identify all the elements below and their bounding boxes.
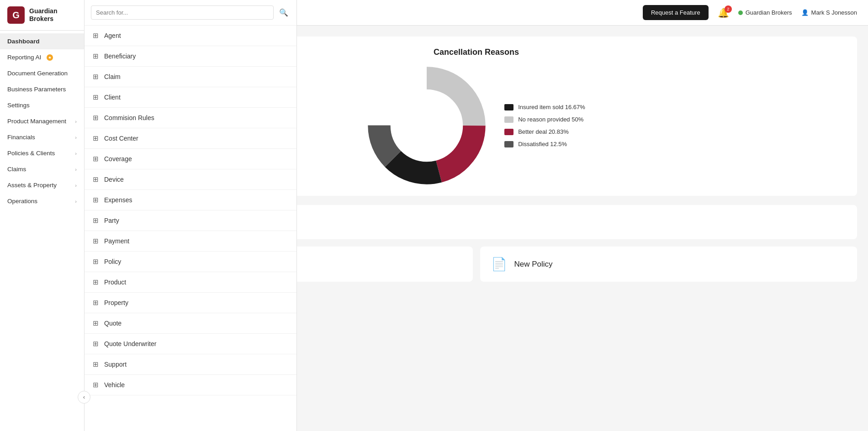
dropdown-item-quote[interactable]: ⊞Quote [85,313,296,334]
dropdown-item-client[interactable]: ⊞Client [85,87,296,108]
sidebar-item-financials[interactable]: Financials› [0,129,84,145]
dropdown-item-icon-property: ⊞ [93,299,99,307]
search-input[interactable] [91,5,274,20]
dropdown-item-icon-support: ⊞ [93,360,99,368]
dropdown-item-expenses[interactable]: ⊞Expenses [85,190,296,210]
dropdown-item-coverage[interactable]: ⊞Coverage [85,149,296,169]
dropdown-item-product[interactable]: ⊞Product [85,272,296,293]
dropdown-item-icon-coverage: ⊞ [93,155,99,163]
sidebar-collapse-button[interactable]: ‹ [78,391,90,404]
legend-item: Insured item sold 16.67% [504,104,585,110]
dropdown-item-icon-expenses: ⊞ [93,196,99,204]
new-policy-icon: 📄 [491,257,507,272]
sidebar-item-label-dashboard: Dashboard [7,38,40,45]
dropdown-item-beneficiary[interactable]: ⊞Beneficiary [85,46,296,67]
dropdown-item-label-claim: Claim [104,73,121,80]
dropdown-item-label-payment: Payment [104,237,129,245]
legend-swatch [504,141,513,147]
legend-label: Insured item sold 16.67% [518,104,585,110]
sidebar-item-assets-property[interactable]: Assets & Property› [0,177,84,193]
dropdown-item-cost-center[interactable]: ⊞Cost Center [85,128,296,149]
sidebar-item-label-settings: Settings [7,102,30,109]
dropdown-item-icon-claim: ⊞ [93,73,99,81]
sidebar-item-product-management[interactable]: Product Management› [0,113,84,129]
dropdown-item-icon-policy: ⊞ [93,258,99,266]
sidebar-item-claims[interactable]: Claims› [0,161,84,177]
donut-hole [392,91,461,160]
dropdown-item-icon-party: ⊞ [93,216,99,225]
dropdown-overlay: 🔍 ⊞Agent⊞Beneficiary⊞Claim⊞Client⊞Commis… [85,0,297,431]
donut-chart [367,66,486,185]
sidebar-item-settings[interactable]: Settings [0,97,84,113]
dropdown-item-label-cost-center: Cost Center [104,135,138,142]
new-policy-card[interactable]: 📄 New Policy [480,247,857,282]
sidebar-item-business-parameters[interactable]: Business Parameters [0,81,84,97]
sidebar-item-label-assets-property: Assets & Property [7,182,57,189]
logo: G GuardianBrokers [0,0,84,31]
dropdown-item-party[interactable]: ⊞Party [85,210,296,231]
search-button[interactable]: 🔍 [277,6,290,19]
svg-text:G: G [12,10,20,20]
dropdown-item-property[interactable]: ⊞Property [85,293,296,313]
sidebar: G GuardianBrokers DashboardReporting AI★… [0,0,85,431]
sidebar-item-policies-clients[interactable]: Policies & Clients› [0,145,84,161]
dropdown-list: ⊞Agent⊞Beneficiary⊞Claim⊞Client⊞Commisio… [85,26,296,431]
sidebar-item-label-operations: Operations [7,198,37,205]
dropdown-item-label-commision-rules: Commision Rules [104,114,154,121]
sidebar-nav: DashboardReporting AI★Document Generatio… [0,31,84,431]
new-policy-label: New Policy [514,260,553,269]
sidebar-item-operations[interactable]: Operations› [0,193,84,209]
chevron-icon-financials: › [75,135,77,140]
sidebar-item-label-claims: Claims [7,166,26,173]
chevron-icon-operations: › [75,199,77,204]
dropdown-item-claim[interactable]: ⊞Claim [85,67,296,87]
dropdown-item-quote-underwriter[interactable]: ⊞Quote Underwriter [85,334,296,354]
legend-item: No reason provided 50% [504,116,585,123]
dropdown-item-label-quote-underwriter: Quote Underwriter [104,340,156,347]
chevron-icon-assets-property: › [75,183,77,188]
dropdown-item-label-agent: Agent [104,32,121,39]
legend-swatch [504,116,513,123]
dropdown-item-label-coverage: Coverage [104,155,132,163]
dropdown-item-label-quote: Quote [104,320,122,327]
notification-button[interactable]: 🔔 2 [718,7,729,18]
dropdown-item-agent[interactable]: ⊞Agent [85,26,296,46]
legend-label: No reason provided 50% [518,116,583,123]
legend-swatch [504,104,513,110]
sidebar-item-label-document-generation: Document Generation [7,70,68,77]
header-company: Guardian Brokers [738,9,792,16]
dropdown-item-icon-product: ⊞ [93,278,99,286]
dropdown-item-support[interactable]: ⊞Support [85,354,296,375]
sidebar-item-label-business-parameters: Business Parameters [7,86,66,93]
dropdown-item-vehicle[interactable]: ⊞Vehicle [85,375,296,395]
sidebar-item-reporting-ai[interactable]: Reporting AI★ [0,49,84,65]
dropdown-item-commision-rules[interactable]: ⊞Commision Rules [85,108,296,128]
legend-item: Dissatisfied 12.5% [504,141,585,147]
dropdown-item-icon-cost-center: ⊞ [93,134,99,142]
donut-svg [367,66,486,185]
dropdown-item-policy[interactable]: ⊞Policy [85,252,296,272]
chevron-icon-policies-clients: › [75,151,77,156]
dropdown-item-label-expenses: Expenses [104,196,132,204]
notification-badge: 2 [725,5,732,13]
sidebar-item-dashboard[interactable]: Dashboard [0,33,84,49]
dropdown-item-label-vehicle: Vehicle [104,381,125,389]
dropdown-item-device[interactable]: ⊞Device [85,169,296,190]
legend-label: Better deal 20.83% [518,128,569,135]
request-feature-button[interactable]: Request a Feature [643,5,709,20]
sidebar-item-document-generation[interactable]: Document Generation [0,65,84,81]
dropdown-item-icon-payment: ⊞ [93,237,99,245]
legend-item: Better deal 20.83% [504,128,585,135]
dropdown-item-label-policy: Policy [104,258,121,265]
header-user: 👤 Mark S Jonesson [801,9,857,16]
dropdown-item-label-support: Support [104,361,127,368]
legend-swatch [504,129,513,135]
dropdown-item-payment[interactable]: ⊞Payment [85,231,296,252]
search-bar: 🔍 [85,0,296,26]
sidebar-badge-reporting-ai: ★ [47,54,53,61]
dropdown-item-label-client: Client [104,94,121,101]
company-status-dot [738,11,743,15]
dropdown-item-label-party: Party [104,217,119,224]
dropdown-item-label-device: Device [104,176,124,183]
sidebar-item-label-product-management: Product Management [7,118,66,125]
